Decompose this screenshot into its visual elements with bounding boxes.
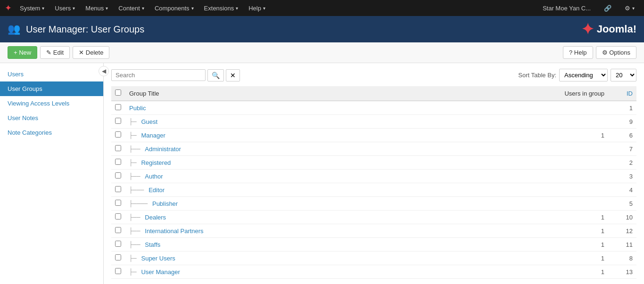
sidebar-item-user-groups[interactable]: User Groups: [0, 81, 103, 96]
row-users-cell: [552, 101, 608, 115]
users-icon: 👥: [8, 23, 20, 35]
user-menu[interactable]: Star Moe Yan C...: [538, 2, 595, 15]
row-group-title-cell: ├── Staffs: [125, 238, 552, 252]
group-title-link[interactable]: Dealers: [145, 214, 166, 221]
tree-indent-icon: ├─: [129, 132, 140, 139]
sidebar-item-users[interactable]: Users: [0, 67, 103, 81]
row-users-cell: [552, 115, 608, 129]
row-users-cell: [552, 197, 608, 211]
row-checkbox[interactable]: [115, 118, 121, 124]
row-checkbox[interactable]: [115, 213, 121, 219]
search-clear-button[interactable]: ✕: [226, 69, 240, 81]
group-title-link[interactable]: Super Users: [141, 255, 175, 262]
row-checkbox-cell: [111, 224, 125, 238]
main-layout: ◀ Users User Groups Viewing Access Level…: [0, 63, 644, 284]
row-group-title-cell: ├── Author: [125, 170, 552, 183]
row-checkbox-cell: [111, 129, 125, 142]
joomla-flower-icon: ✦: [581, 20, 594, 38]
row-checkbox-cell: [111, 115, 125, 129]
new-button[interactable]: + New: [8, 46, 37, 59]
nav-extensions[interactable]: Extensions ▾: [199, 2, 243, 15]
row-id-cell: 9: [608, 115, 636, 129]
row-checkbox-cell: [111, 265, 125, 279]
search-submit-button[interactable]: 🔍: [207, 69, 224, 81]
select-all-checkbox[interactable]: [115, 89, 121, 96]
row-checkbox[interactable]: [115, 268, 121, 274]
sidebar-item-note-categories[interactable]: Note Categories: [0, 125, 103, 140]
nav-system[interactable]: System ▾: [15, 2, 49, 15]
table-row: ├─ Super Users18: [111, 252, 636, 265]
group-title-link[interactable]: Staffs: [145, 241, 160, 248]
row-id-cell: 10: [608, 211, 636, 224]
row-id-cell: 1: [608, 101, 636, 115]
nav-content[interactable]: Content ▾: [114, 2, 149, 15]
nav-components[interactable]: Components ▾: [150, 2, 198, 15]
row-checkbox[interactable]: [115, 241, 121, 247]
tree-indent-icon: ├────: [129, 200, 151, 207]
group-title-link[interactable]: Guest: [141, 118, 157, 125]
th-users-in-group: Users in group: [552, 86, 608, 101]
row-checkbox-cell: [111, 142, 125, 156]
delete-button[interactable]: ✕ Delete: [73, 46, 109, 59]
row-checkbox[interactable]: [115, 172, 121, 179]
row-id-cell: 2: [608, 156, 636, 170]
table-row: ├─ Guest9: [111, 115, 636, 129]
nav-users[interactable]: Users ▾: [50, 2, 80, 15]
top-navbar-right: Star Moe Yan C... 🔗 ⚙ ▾: [538, 2, 639, 15]
row-users-cell: 1: [552, 129, 608, 142]
settings-icon[interactable]: ⚙ ▾: [620, 2, 639, 15]
group-title-link[interactable]: Author: [145, 173, 163, 180]
group-title-link[interactable]: User Manager: [141, 268, 180, 276]
search-left: 🔍 ✕: [111, 69, 240, 81]
row-checkbox[interactable]: [115, 200, 121, 206]
row-id-cell: 6: [608, 129, 636, 142]
sidebar-item-user-notes[interactable]: User Notes: [0, 111, 103, 125]
table-row: ├──── Publisher5: [111, 197, 636, 211]
row-checkbox[interactable]: [115, 227, 121, 233]
group-title-link[interactable]: Publisher: [152, 200, 178, 207]
header-bar: 👥 User Manager: User Groups ✦ Joomla!: [0, 16, 644, 42]
row-group-title-cell: ├── Administrator: [125, 142, 552, 156]
row-checkbox[interactable]: [115, 104, 121, 110]
group-title-link[interactable]: Public: [129, 105, 146, 112]
sidebar-item-viewing-access-levels[interactable]: Viewing Access Levels: [0, 96, 103, 111]
search-input[interactable]: [111, 69, 206, 81]
help-button[interactable]: ? Help: [563, 46, 593, 59]
th-group-title[interactable]: Group Title: [125, 86, 552, 101]
per-page-select[interactable]: 20 5 10 15 25 50 100: [611, 69, 636, 81]
options-button[interactable]: ⚙ Options: [596, 46, 636, 59]
toolbar-right: ? Help ⚙ Options: [563, 46, 636, 59]
table-row: ├── Author3: [111, 170, 636, 183]
th-id[interactable]: ID: [608, 86, 636, 101]
row-checkbox[interactable]: [115, 131, 121, 138]
group-title-link[interactable]: Registered: [141, 159, 171, 166]
row-group-title-cell: ├── International Partners: [125, 224, 552, 238]
row-users-cell: 1: [552, 265, 608, 279]
row-checkbox-cell: [111, 156, 125, 170]
edit-button[interactable]: ✎ Edit: [40, 46, 70, 59]
group-title-link[interactable]: Editor: [149, 187, 165, 194]
row-id-cell: 8: [608, 252, 636, 265]
joomla-logo: ✦ Joomla!: [581, 20, 636, 38]
nav-menus[interactable]: Menus ▾: [81, 2, 113, 15]
row-users-cell: 1: [552, 211, 608, 224]
row-checkbox[interactable]: [115, 186, 121, 192]
joomla-brand-text: Joomla!: [597, 23, 636, 35]
row-checkbox[interactable]: [115, 145, 121, 151]
row-users-cell: 1: [552, 252, 608, 265]
row-checkbox[interactable]: [115, 254, 121, 260]
row-group-title-cell: ├─ User Manager: [125, 265, 552, 279]
external-link-icon[interactable]: 🔗: [599, 2, 616, 15]
nav-help[interactable]: Help ▾: [244, 2, 270, 15]
row-checkbox[interactable]: [115, 159, 121, 165]
table-row: ├── Staffs111: [111, 238, 636, 252]
group-title-link[interactable]: Administrator: [145, 146, 181, 153]
tree-indent-icon: ├───: [129, 187, 148, 194]
row-checkbox-cell: [111, 170, 125, 183]
group-title-link[interactable]: Manager: [141, 132, 165, 139]
group-title-link[interactable]: International Partners: [145, 227, 203, 235]
caret-icon: ▾: [42, 6, 44, 11]
sidebar-toggle-button[interactable]: ◀: [99, 66, 109, 76]
row-group-title-cell: Public: [125, 101, 552, 115]
sort-select[interactable]: Ascending Descending: [559, 69, 608, 81]
